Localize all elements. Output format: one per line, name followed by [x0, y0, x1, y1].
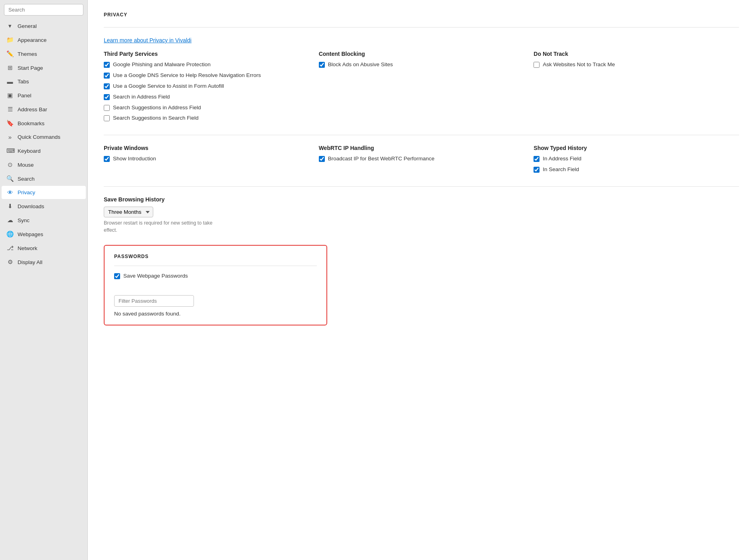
do-not-track-heading: Do Not Track: [534, 51, 739, 57]
privacy-section-title: PRIVACY: [104, 12, 739, 18]
sidebar-item-label-sync: Sync: [18, 217, 30, 223]
checkbox-do-not-track-items-0[interactable]: [534, 62, 540, 68]
passwords-section: PASSWORDS Save Webpage Passwords No save…: [104, 245, 327, 325]
checkbox-third-party-items-4[interactable]: [104, 105, 110, 111]
checkbox-row: Block Ads on Abusive Sites: [319, 61, 524, 69]
sidebar-item-label-mouse: Mouse: [18, 162, 34, 168]
checkbox-third-party-items-0[interactable]: [104, 62, 110, 68]
sidebar-item-general[interactable]: ▾General: [2, 19, 86, 33]
private-windows-heading: Private Windows: [104, 145, 309, 151]
keyboard-icon: ⌨: [6, 147, 14, 154]
panel-icon: ▣: [6, 92, 14, 99]
sidebar-item-label-panel: Panel: [18, 93, 32, 99]
sidebar-item-quick-commands[interactable]: »Quick Commands: [2, 130, 86, 144]
sidebar-item-downloads[interactable]: ⬇Downloads: [2, 199, 86, 213]
sidebar-item-search[interactable]: 🔍Search: [2, 172, 86, 185]
filter-passwords-input[interactable]: [114, 295, 194, 307]
no-passwords-text: No saved passwords found.: [114, 311, 317, 317]
sidebar-item-themes[interactable]: ✏️Themes: [2, 47, 86, 61]
sidebar-item-label-quick-commands: Quick Commands: [18, 134, 60, 140]
main-content: PRIVACY Learn more about Privacy in Viva…: [88, 0, 755, 560]
checkbox-label-third-party-items-4: Search Suggestions in Address Field: [113, 104, 201, 112]
save-browsing-history-heading: Save Browsing History: [104, 196, 739, 203]
checkbox-webrtc-items-0[interactable]: [319, 156, 325, 162]
sidebar-item-label-bookmarks: Bookmarks: [18, 120, 45, 126]
search-icon: 🔍: [6, 175, 14, 182]
webpages-icon: 🌐: [6, 231, 14, 238]
sidebar-item-label-address-bar: Address Bar: [18, 106, 47, 112]
tabs-icon: ▬: [6, 78, 14, 85]
sidebar-item-label-keyboard: Keyboard: [18, 148, 41, 154]
sidebar-item-label-themes: Themes: [18, 51, 37, 57]
address-bar-icon: ☰: [6, 106, 14, 113]
sidebar-item-appearance[interactable]: 📁Appearance: [2, 33, 86, 47]
checkbox-third-party-items-2[interactable]: [104, 83, 110, 89]
checkbox-label-typed-history-items-1: In Search Field: [543, 166, 579, 174]
sidebar-item-address-bar[interactable]: ☰Address Bar: [2, 103, 86, 116]
checkbox-row: Search in Address Field: [104, 93, 309, 101]
passwords-title: PASSWORDS: [114, 254, 317, 259]
webrtc-heading: WebRTC IP Handling: [319, 145, 524, 151]
checkbox-third-party-items-3[interactable]: [104, 94, 110, 100]
general-icon: ▾: [6, 22, 14, 30]
checkbox-label-webrtc-items-0: Broadcast IP for Best WebRTC Performance: [328, 155, 435, 163]
checkbox-content-blocking-items-0[interactable]: [319, 62, 325, 68]
sidebar-item-label-search: Search: [18, 176, 35, 182]
start-page-icon: ⊞: [6, 64, 14, 71]
sidebar-item-label-display-all: Display All: [18, 259, 42, 265]
checkbox-row: Ask Websites Not to Track Me: [534, 61, 739, 69]
quick-commands-icon: »: [6, 134, 14, 140]
sidebar-item-network[interactable]: ⎇Network: [2, 241, 86, 255]
sidebar-item-keyboard[interactable]: ⌨Keyboard: [2, 144, 86, 158]
browsing-history-dropdown[interactable]: Session OnlyOne WeekOne MonthThree Month…: [104, 207, 153, 217]
save-passwords-checkbox[interactable]: [114, 273, 120, 279]
private-windows-section: Private Windows Show Introduction: [104, 145, 309, 177]
checkbox-third-party-items-1[interactable]: [104, 73, 110, 79]
checkbox-label-content-blocking-items-0: Block Ads on Abusive Sites: [328, 61, 393, 69]
mouse-icon: ⊙: [6, 161, 14, 168]
sidebar-item-display-all[interactable]: ⚙Display All: [2, 255, 86, 269]
sidebar: ▾General📁Appearance✏️Themes⊞Start Page▬T…: [0, 0, 88, 560]
save-browsing-history-section: Save Browsing History Session OnlyOne We…: [104, 196, 739, 234]
sidebar-item-start-page[interactable]: ⊞Start Page: [2, 61, 86, 75]
search-input[interactable]: [4, 4, 83, 16]
privacy-icon: 👁: [6, 189, 14, 196]
checkbox-third-party-items-5[interactable]: [104, 115, 110, 121]
sidebar-item-mouse[interactable]: ⊙Mouse: [2, 158, 86, 172]
browsing-history-hint: Browser restart is required for new sett…: [104, 220, 223, 234]
sidebar-item-label-general: General: [18, 23, 37, 29]
checkbox-row: Google Phishing and Malware Protection: [104, 61, 309, 69]
checkbox-row: Search Suggestions in Address Field: [104, 104, 309, 112]
do-not-track-section: Do Not Track Ask Websites Not to Track M…: [534, 51, 739, 125]
learn-more-link[interactable]: Learn more about Privacy in Vivaldi: [104, 37, 192, 43]
themes-icon: ✏️: [6, 50, 14, 57]
third-party-heading: Third Party Services: [104, 51, 309, 57]
sidebar-item-tabs[interactable]: ▬Tabs: [2, 75, 86, 88]
checkbox-label-third-party-items-2: Use a Google Service to Assist in Form A…: [113, 83, 224, 90]
sidebar-item-label-appearance: Appearance: [18, 37, 47, 43]
checkbox-row: Broadcast IP for Best WebRTC Performance: [319, 155, 524, 163]
content-blocking-heading: Content Blocking: [319, 51, 524, 57]
webrtc-section: WebRTC IP Handling Broadcast IP for Best…: [319, 145, 524, 177]
display-all-icon: ⚙: [6, 258, 14, 266]
checkbox-row: In Search Field: [534, 166, 739, 174]
checkbox-label-third-party-items-3: Search in Address Field: [113, 93, 170, 101]
sidebar-item-sync[interactable]: ☁Sync: [2, 213, 86, 227]
checkbox-typed-history-items-0[interactable]: [534, 156, 540, 162]
sidebar-item-privacy[interactable]: 👁Privacy: [2, 186, 86, 199]
sidebar-item-panel[interactable]: ▣Panel: [2, 89, 86, 102]
sidebar-item-label-network: Network: [18, 245, 38, 251]
checkbox-private-windows-items-0[interactable]: [104, 156, 110, 162]
checkbox-typed-history-items-1[interactable]: [534, 167, 540, 173]
checkbox-label-private-windows-items-0: Show Introduction: [113, 155, 156, 163]
sidebar-item-bookmarks[interactable]: 🔖Bookmarks: [2, 116, 86, 130]
sidebar-item-webpages[interactable]: 🌐Webpages: [2, 227, 86, 241]
typed-history-section: Show Typed History In Address FieldIn Se…: [534, 145, 739, 177]
network-icon: ⎇: [6, 245, 14, 252]
downloads-icon: ⬇: [6, 203, 14, 210]
checkbox-label-third-party-items-0: Google Phishing and Malware Protection: [113, 61, 211, 69]
sidebar-item-label-start-page: Start Page: [18, 65, 43, 71]
appearance-icon: 📁: [6, 36, 14, 43]
sidebar-item-label-tabs: Tabs: [18, 79, 29, 85]
checkbox-row: Search Suggestions in Search Field: [104, 114, 309, 122]
